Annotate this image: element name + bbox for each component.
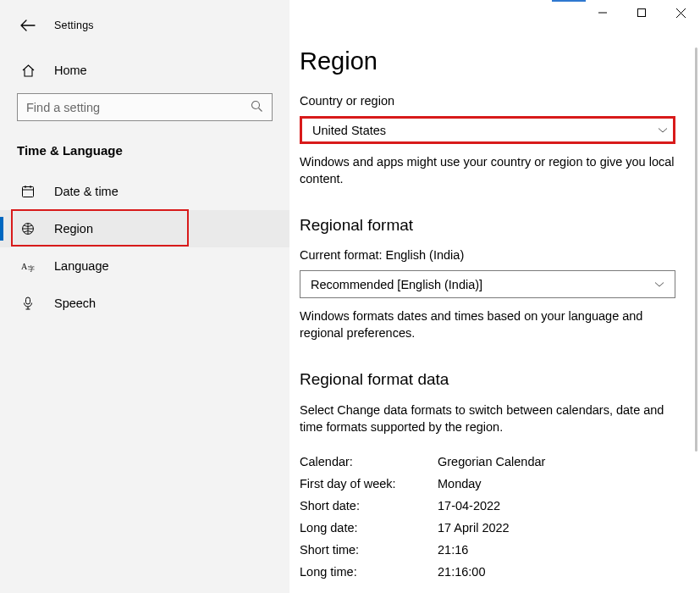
highlight-annotation: United States [300,116,675,144]
data-row: Long time:21:16:00 [300,561,680,583]
dropdown-value: United States [312,124,386,137]
dropdown-value: Recommended [English (India)] [311,278,482,291]
nav-home[interactable]: Home [0,53,289,88]
nav-label: Date & time [54,185,119,198]
highlight-annotation [11,209,189,247]
language-icon: A字 [20,260,36,273]
svg-line-5 [259,108,262,111]
format-data-table: Calendar:Gregorian Calendar First day of… [300,451,680,583]
svg-text:字: 字 [28,265,35,273]
country-dropdown[interactable]: United States [302,119,678,141]
country-description: Windows and apps might use your country … [300,154,675,187]
nav-label: Language [54,259,109,273]
page-title: Region [300,47,680,75]
nav-item-date-time[interactable]: Date & time [0,173,289,210]
search-input[interactable]: Find a setting [17,93,273,121]
calendar-icon [20,185,36,198]
regional-format-heading: Regional format [300,216,680,235]
regional-format-data-description: Select Change data formats to switch bet… [300,402,675,435]
nav-home-label: Home [54,64,87,77]
data-row: Short date:17-04-2022 [300,495,680,517]
regional-format-dropdown[interactable]: Recommended [English (India)] [300,270,675,298]
home-icon [20,64,36,78]
current-format-label: Current format: English (India) [300,248,680,262]
svg-text:A: A [21,262,28,271]
back-button[interactable] [20,19,36,31]
regional-format-description: Windows formats dates and times based on… [300,308,675,341]
data-row: First day of week:Monday [300,473,680,495]
country-label: Country or region [300,94,680,108]
svg-rect-1 [638,9,646,17]
sidebar: Settings Home Find a setting Time & Lang… [0,0,289,593]
data-row: Calendar:Gregorian Calendar [300,451,680,473]
search-icon [251,100,263,115]
maximize-button[interactable] [622,0,661,25]
nav-item-language[interactable]: A字 Language [0,247,289,285]
scrollbar-thumb[interactable] [695,47,697,452]
scrollbar[interactable] [693,47,698,593]
window-controls [583,0,700,25]
globe-icon [20,222,36,236]
nav-item-speech[interactable]: Speech [0,285,289,322]
nav-item-region[interactable]: Region [0,210,289,247]
microphone-icon [20,296,36,311]
minimize-button[interactable] [583,0,622,25]
svg-rect-6 [23,187,34,197]
nav-label: Speech [54,296,96,310]
content-pane: Region Country or region United States W… [289,0,700,593]
svg-rect-13 [26,297,30,304]
regional-format-data-heading: Regional format data [300,370,680,389]
window-title: Settings [54,19,94,31]
search-placeholder: Find a setting [26,101,100,114]
nav-label: Region [54,222,93,236]
data-row: Long date:17 April 2022 [300,517,680,539]
data-row: Short time:21:16 [300,539,680,561]
chevron-down-icon [658,127,668,134]
close-button[interactable] [661,0,700,25]
chevron-down-icon [654,281,664,288]
sidebar-category: Time & Language [0,143,289,158]
svg-point-4 [252,101,260,108]
